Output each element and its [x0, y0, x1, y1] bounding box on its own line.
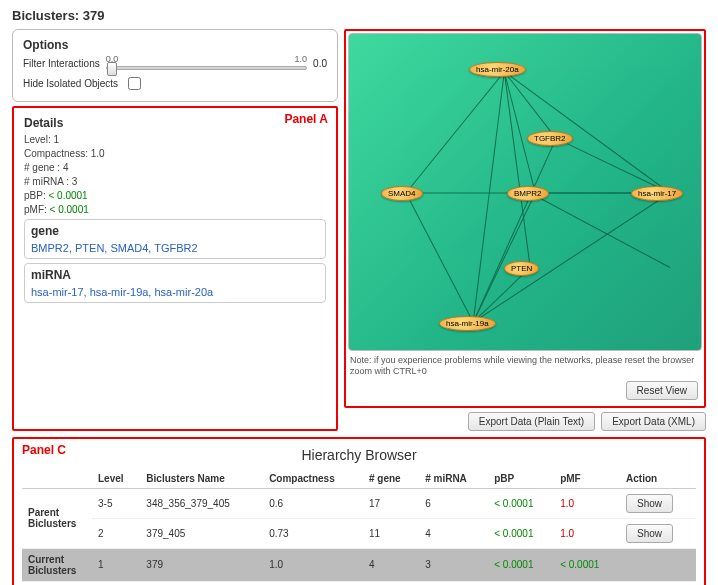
th-pbp: pBP	[488, 469, 554, 489]
show-button[interactable]: Show	[626, 524, 673, 543]
gene-section: gene BMPR2, PTEN, SMAD4, TGFBR2	[24, 219, 326, 259]
network-node[interactable]: hsa-mir-20a	[469, 62, 526, 77]
table-row: Parent Biclusters 3-5 348_356_379_405 0.…	[22, 488, 696, 518]
svg-line-2	[504, 72, 535, 193]
slider-value: 0.0	[313, 58, 327, 69]
export-xml-button[interactable]: Export Data (XML)	[601, 412, 706, 431]
hide-isolated-label: Hide Isolated Objects	[23, 78, 118, 89]
svg-line-11	[473, 193, 535, 322]
network-node[interactable]: SMAD4	[381, 186, 423, 201]
details-ngene: # gene : 4	[24, 162, 326, 173]
options-title: Options	[23, 38, 327, 52]
details-compactness: Compactness: 1.0	[24, 148, 326, 159]
th-ngene: # gene	[363, 469, 419, 489]
details-pmf: pMF: < 0.0001	[24, 204, 326, 215]
network-node[interactable]: PTEN	[504, 261, 539, 276]
network-node[interactable]: hsa-mir-17	[631, 186, 683, 201]
svg-line-5	[473, 72, 504, 322]
page-title: Biclusters: 379	[12, 8, 706, 23]
th-nmirna: # miRNA	[419, 469, 488, 489]
details-pbp: pBP: < 0.0001	[24, 190, 326, 201]
network-canvas[interactable]: hsa-mir-20a TGFBR2 SMAD4 BMPR2 hsa-mir-1…	[348, 33, 702, 351]
gene-title: gene	[31, 224, 319, 238]
details-title: Details	[24, 116, 326, 130]
mirna-title: miRNA	[31, 268, 319, 282]
svg-line-6	[556, 138, 670, 193]
th-action: Action	[620, 469, 696, 489]
hierarchy-title: Hierarchy Browser	[22, 447, 696, 463]
th-pmf: pMF	[554, 469, 620, 489]
details-level: Level: 1	[24, 134, 326, 145]
mirna-section: miRNA hsa-mir-17, hsa-mir-19a, hsa-mir-2…	[24, 263, 326, 303]
hierarchy-table: Level Biclusters Name Compactness # gene…	[22, 469, 696, 582]
parent-label: Parent Biclusters	[22, 488, 92, 548]
th-level: Level	[92, 469, 140, 489]
filter-slider[interactable]: 0.0 1.0	[106, 56, 307, 70]
hide-isolated-checkbox[interactable]	[128, 77, 141, 90]
reset-view-button[interactable]: Reset View	[626, 381, 698, 400]
mirna-list[interactable]: hsa-mir-17, hsa-mir-19a, hsa-mir-20a	[31, 286, 319, 298]
current-label: Current Biclusters	[22, 548, 92, 581]
export-plain-button[interactable]: Export Data (Plain Text)	[468, 412, 595, 431]
th-comp: Compactness	[263, 469, 363, 489]
filter-label: Filter Interactions	[23, 58, 100, 69]
svg-line-3	[504, 72, 670, 193]
slider-tick-max: 1.0	[295, 54, 308, 64]
show-button[interactable]: Show	[626, 494, 673, 513]
th-name: Biclusters Name	[140, 469, 263, 489]
options-panel: Options Filter Interactions 0.0 1.0 0.0 …	[12, 29, 338, 102]
details-nmirna: # miRNA : 3	[24, 176, 326, 187]
svg-line-4	[504, 72, 530, 268]
svg-line-12	[530, 193, 670, 268]
network-node[interactable]: TGFBR2	[527, 131, 573, 146]
gene-list[interactable]: BMPR2, PTEN, SMAD4, TGFBR2	[31, 242, 319, 254]
svg-line-1	[406, 72, 504, 193]
network-node[interactable]: BMPR2	[507, 186, 549, 201]
table-row-current: Current Biclusters 1 379 1.0 4 3 < 0.000…	[22, 548, 696, 581]
network-note: Note: if you experience problems while v…	[350, 355, 700, 377]
network-node[interactable]: hsa-mir-19a	[439, 316, 496, 331]
table-row: 2 379_405 0.73 11 4 < 0.0001 1.0 Show	[22, 518, 696, 548]
svg-line-9	[406, 193, 473, 322]
